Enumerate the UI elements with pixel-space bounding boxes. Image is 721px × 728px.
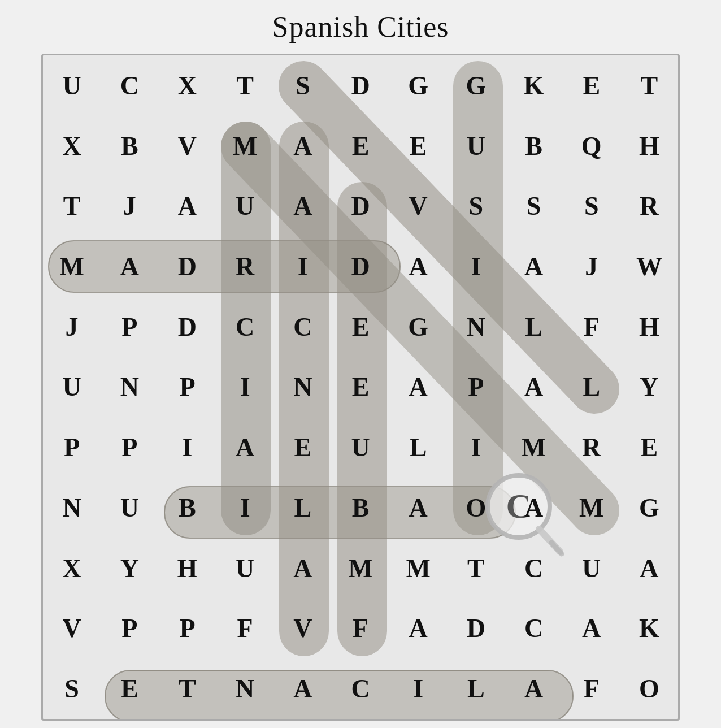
cell-6-5: U <box>332 417 389 478</box>
cell-8-5: M <box>332 538 389 599</box>
cell-1-8: B <box>505 116 562 176</box>
cell-9-10: K <box>620 599 678 659</box>
cell-3-4: I <box>274 236 332 297</box>
cell-6-6: L <box>389 417 447 478</box>
cell-4-10: H <box>620 297 678 357</box>
cell-2-5: D <box>332 176 389 236</box>
cell-4-4: C <box>274 297 332 357</box>
cell-5-5: E <box>332 357 389 418</box>
cell-4-1: P <box>101 297 158 357</box>
cell-8-10: A <box>620 538 678 599</box>
cell-10-3: N <box>216 658 274 719</box>
cell-10-0: S <box>43 658 101 719</box>
cell-2-2: A <box>158 176 216 236</box>
cell-1-9: Q <box>563 116 620 176</box>
cell-6-2: I <box>158 417 216 478</box>
cell-6-0: P <box>43 417 101 478</box>
cell-5-8: A <box>505 357 562 418</box>
cell-8-1: Y <box>101 538 158 599</box>
cell-2-8: S <box>505 176 562 236</box>
cell-0-0: U <box>43 55 101 116</box>
cell-2-9: S <box>563 176 620 236</box>
cell-4-2: D <box>158 297 216 357</box>
cell-0-1: C <box>101 55 158 116</box>
cell-0-10: T <box>620 55 678 116</box>
cell-8-9: U <box>563 538 620 599</box>
cell-3-8: A <box>505 236 562 297</box>
cell-7-6: A <box>389 478 447 538</box>
cell-7-3: I <box>216 478 274 538</box>
cell-4-8: L <box>505 297 562 357</box>
cell-7-0: N <box>43 478 101 538</box>
cell-8-8: C <box>505 538 562 599</box>
cell-2-6: V <box>389 176 447 236</box>
cell-3-5: D <box>332 236 389 297</box>
cell-6-10: E <box>620 417 678 478</box>
cell-3-9: J <box>563 236 620 297</box>
cell-1-6: E <box>389 116 447 176</box>
cell-1-2: V <box>158 116 216 176</box>
cell-3-3: R <box>216 236 274 297</box>
cell-9-4: V <box>274 599 332 659</box>
cell-6-1: P <box>101 417 158 478</box>
cell-7-8: A <box>505 478 562 538</box>
cell-9-0: V <box>43 599 101 659</box>
cell-9-5: F <box>332 599 389 659</box>
cell-8-7: T <box>447 538 505 599</box>
cell-2-1: J <box>101 176 158 236</box>
cell-10-1: E <box>101 658 158 719</box>
cell-1-0: X <box>43 116 101 176</box>
cell-9-7: D <box>447 599 505 659</box>
cell-5-3: I <box>216 357 274 418</box>
cell-7-10: G <box>620 478 678 538</box>
cell-8-0: X <box>43 538 101 599</box>
cell-3-7: I <box>447 236 505 297</box>
cell-1-5: E <box>332 116 389 176</box>
cell-2-3: U <box>216 176 274 236</box>
cell-3-2: D <box>158 236 216 297</box>
cell-7-4: L <box>274 478 332 538</box>
cell-10-8: A <box>505 658 562 719</box>
cell-6-8: M <box>505 417 562 478</box>
cell-5-6: A <box>389 357 447 418</box>
cell-6-7: I <box>447 417 505 478</box>
cell-3-6: A <box>389 236 447 297</box>
puzzle-title: Spanish Cities <box>272 10 449 44</box>
cell-6-4: E <box>274 417 332 478</box>
cell-6-9: R <box>563 417 620 478</box>
cell-8-3: U <box>216 538 274 599</box>
cell-9-8: C <box>505 599 562 659</box>
cell-0-8: K <box>505 55 562 116</box>
cell-4-7: N <box>447 297 505 357</box>
cell-10-7: L <box>447 658 505 719</box>
cell-3-1: A <box>101 236 158 297</box>
cell-7-1: U <box>101 478 158 538</box>
cell-10-4: A <box>274 658 332 719</box>
cell-4-6: G <box>389 297 447 357</box>
cell-7-2: B <box>158 478 216 538</box>
cell-2-10: R <box>620 176 678 236</box>
cell-9-9: A <box>563 599 620 659</box>
cell-0-3: T <box>216 55 274 116</box>
cell-4-9: F <box>563 297 620 357</box>
cell-6-3: A <box>216 417 274 478</box>
cell-0-4: S <box>274 55 332 116</box>
cell-10-5: C <box>332 658 389 719</box>
cell-7-9: M <box>563 478 620 538</box>
cell-5-9: L <box>563 357 620 418</box>
cell-8-4: A <box>274 538 332 599</box>
cell-10-10: O <box>620 658 678 719</box>
cell-0-7: G <box>447 55 505 116</box>
cell-9-2: P <box>158 599 216 659</box>
cell-10-9: F <box>563 658 620 719</box>
cell-7-5: B <box>332 478 389 538</box>
cell-0-2: X <box>158 55 216 116</box>
cell-0-5: D <box>332 55 389 116</box>
puzzle-container: C UCXTSDGGKETXBVMAEEUBQHTJAUADVSSSRMADRI… <box>41 54 680 721</box>
cell-1-3: M <box>216 116 274 176</box>
cell-8-6: M <box>389 538 447 599</box>
cell-1-4: A <box>274 116 332 176</box>
cell-4-5: E <box>332 297 389 357</box>
cell-7-7: O <box>447 478 505 538</box>
cell-5-7: P <box>447 357 505 418</box>
